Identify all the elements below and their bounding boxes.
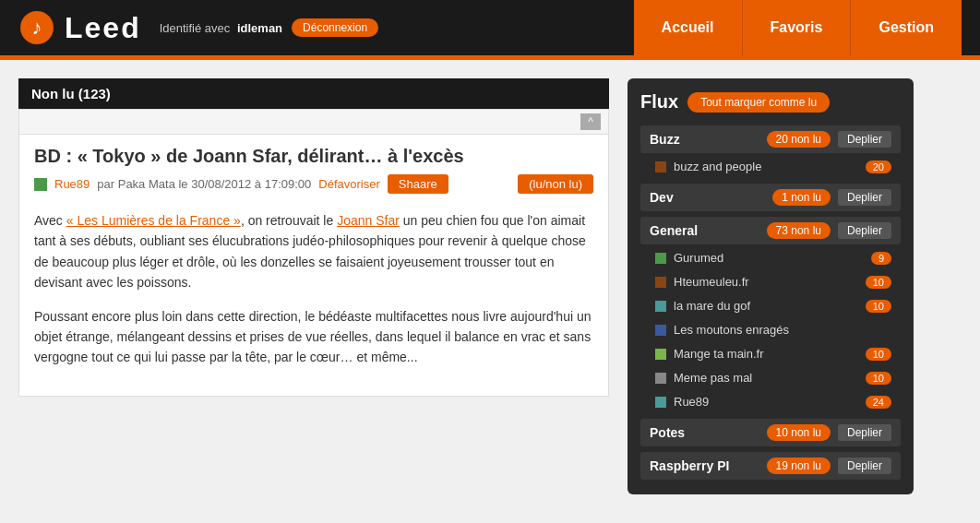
subcategory-lamare: la mare du gof 10: [640, 294, 901, 317]
header: ♪ Leed Identifié avec idleman Déconnexio…: [0, 0, 980, 55]
subcategory-moutons: Les moutons enragés: [640, 318, 901, 341]
category-name-dev: Dev: [650, 190, 772, 205]
subcategory-gurumed: Gurumed 9: [640, 246, 901, 269]
subcategory-buzz-people: buzz and people 20: [640, 155, 901, 178]
feed-icon: [34, 178, 47, 191]
deconnexion-button[interactable]: Déconnexion: [292, 18, 378, 37]
nav-accueil[interactable]: Accueil: [634, 0, 743, 55]
flux-category-general: General 73 non lu Deplier: [640, 217, 901, 244]
nonlu-panel: Non lu (123): [18, 78, 609, 109]
category-name-raspberry: Raspberry PI: [650, 458, 767, 473]
sub-count-lamare: 10: [866, 300, 891, 313]
article-body-p2: Poussant encore plus loin dans cette dir…: [34, 306, 593, 368]
sub-name-moutons: Les moutons enragés: [674, 323, 891, 337]
shaare-button[interactable]: Shaare: [388, 174, 448, 194]
category-name-general: General: [650, 223, 767, 238]
sub-count-rue89: 24: [866, 396, 891, 409]
deplier-raspberry[interactable]: Deplier: [838, 458, 891, 474]
article-panel: ^ BD : « Tokyo » de Joann Sfar, délirant…: [18, 109, 609, 397]
subcategory-meme: Meme pas mal 10: [640, 366, 901, 389]
sub-name-mange: Mange ta main.fr: [674, 347, 858, 361]
deplier-dev[interactable]: Deplier: [838, 189, 891, 206]
article-title: BD : « Tokyo » de Joann Sfar, délirant… …: [19, 135, 608, 174]
article-meta: Rue89 par Paka Mata le 30/08/2012 à 17:0…: [19, 174, 608, 203]
sub-name-lamare: la mare du gof: [674, 299, 858, 313]
sub-icon-moutons: [655, 325, 666, 336]
sub-name-rue89: Rue89: [674, 395, 858, 409]
sub-icon-rue89: [655, 397, 666, 408]
body-link-lumieres[interactable]: « Les Lumières de la France »: [66, 213, 241, 228]
flux-category-dev: Dev 1 non lu Deplier: [640, 184, 901, 211]
sub-name-hteumeuleu: Hteumeuleu.fr: [674, 275, 858, 289]
collapse-button[interactable]: ^: [580, 113, 601, 130]
body-link-joann[interactable]: Joann Sfar: [337, 213, 400, 228]
logo-icon: ♪: [18, 9, 55, 46]
flux-panel: Flux Tout marquer comme lu Buzz 20 non l…: [627, 78, 914, 494]
sub-count-buzz-people: 20: [866, 160, 891, 173]
deplier-potes[interactable]: Deplier: [838, 424, 891, 441]
collapse-bar: ^: [19, 110, 608, 135]
sub-icon-mange: [655, 349, 666, 360]
category-count-dev: 1 non lu: [772, 189, 831, 206]
source-link[interactable]: Rue89: [54, 177, 90, 191]
flux-header: Flux Tout marquer comme lu: [640, 91, 901, 113]
category-count-general: 73 non lu: [767, 222, 831, 239]
sub-count-meme: 10: [866, 372, 891, 385]
nav-gestion[interactable]: Gestion: [851, 0, 962, 55]
identity-label: Identifié avec idleman: [160, 21, 282, 35]
sub-name-meme: Meme pas mal: [674, 371, 858, 385]
sub-count-gurumed: 9: [871, 252, 891, 265]
sub-name-buzz-people: buzz and people: [674, 160, 858, 173]
logo-area: ♪ Leed: [18, 9, 141, 46]
sub-icon-meme: [655, 373, 666, 384]
category-name-potes: Potes: [650, 425, 767, 440]
defavoriser-button[interactable]: Défavoriser: [318, 177, 379, 191]
sub-icon-hteumeuleu: [655, 277, 666, 288]
nav: Accueil Favoris Gestion: [634, 0, 962, 55]
content-panel: Non lu (123) ^ BD : « Tokyo » de Joann S…: [18, 78, 609, 494]
main-layout: Non lu (123) ^ BD : « Tokyo » de Joann S…: [0, 60, 980, 513]
flux-title: Flux: [640, 91, 678, 113]
subcategory-hteumeuleu: Hteumeuleu.fr 10: [640, 270, 901, 293]
category-name-buzz: Buzz: [650, 132, 767, 147]
deplier-general[interactable]: Deplier: [838, 222, 891, 239]
sub-icon-gurumed: [655, 253, 666, 264]
sub-count-hteumeuleu: 10: [866, 276, 891, 289]
flux-category-buzz: Buzz 20 non lu Deplier: [640, 125, 901, 153]
svg-text:♪: ♪: [32, 16, 42, 39]
tout-marquer-button[interactable]: Tout marquer comme lu: [687, 92, 830, 113]
nonlu-title: Non lu (123): [31, 86, 111, 101]
logo-text: Leed: [65, 11, 141, 45]
sub-icon-lamare: [655, 301, 666, 312]
category-count-buzz: 20 non lu: [767, 131, 831, 148]
lununlu-button[interactable]: (lu/non lu): [518, 174, 593, 194]
sidebar: Flux Tout marquer comme lu Buzz 20 non l…: [627, 78, 914, 494]
meta-by: par Paka Mata le 30/08/2012 à 17:09:00: [97, 177, 311, 191]
sub-icon-buzz-people: [655, 161, 666, 172]
sub-name-gurumed: Gurumed: [674, 251, 864, 265]
flux-category-potes: Potes 10 non lu Deplier: [640, 419, 901, 446]
deplier-buzz[interactable]: Deplier: [838, 131, 891, 148]
category-count-potes: 10 non lu: [767, 424, 831, 441]
subcategory-mange: Mange ta main.fr 10: [640, 342, 901, 365]
category-count-raspberry: 19 non lu: [767, 458, 831, 474]
nav-favoris[interactable]: Favoris: [743, 0, 852, 55]
article-body: Avec « Les Lumières de la France », on r…: [19, 203, 608, 396]
subcategory-rue89: Rue89 24: [640, 390, 901, 413]
sub-count-mange: 10: [866, 348, 891, 361]
identity-user: idleman: [237, 21, 282, 35]
flux-category-raspberry: Raspberry PI 19 non lu Deplier: [640, 452, 901, 480]
